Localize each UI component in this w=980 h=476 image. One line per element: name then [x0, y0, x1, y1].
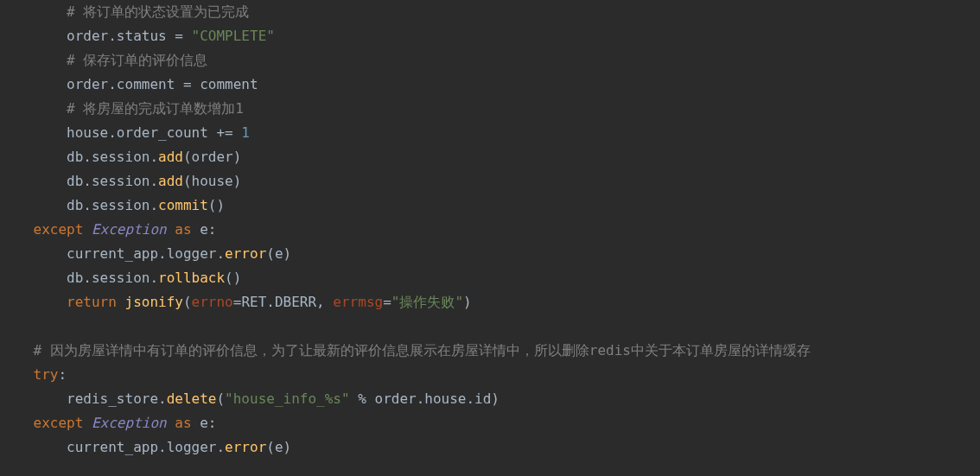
code-token: error	[225, 245, 266, 262]
code-token: current_app.logger.	[67, 439, 225, 455]
code-line: db.session.rollback()	[0, 270, 241, 286]
code-token: except	[34, 221, 92, 238]
code-token: as	[167, 415, 200, 431]
code-token: delete	[167, 390, 217, 407]
code-token: (	[183, 294, 192, 310]
code-token: =RET.DBERR,	[233, 294, 334, 310]
code-token: except	[34, 415, 92, 431]
code-token: (e)	[266, 245, 291, 262]
code-token: :	[58, 366, 67, 383]
code-token: db.session.	[67, 197, 158, 213]
code-token: =	[383, 294, 391, 310]
code-token: try	[34, 366, 59, 383]
code-token: redis_store.	[67, 390, 167, 407]
code-token: current_app.logger.	[67, 245, 225, 262]
code-token: error	[225, 439, 266, 455]
code-token: 1	[241, 124, 250, 141]
code-token: errmsg	[333, 294, 383, 310]
code-line: db.session.commit()	[0, 197, 225, 213]
code-token: (	[216, 390, 225, 407]
code-token: e:	[200, 415, 216, 431]
code-line: # 将订单的状态设置为已完成	[0, 3, 249, 20]
code-line: # 保存订单的评价信息	[0, 52, 207, 68]
code-line: order.status = "COMPLETE"	[0, 28, 275, 44]
code-line: db.session.add(house)	[0, 173, 241, 189]
code-token: "操作失败"	[391, 294, 463, 310]
code-line: except Exception as e:	[0, 415, 216, 431]
code-token: return	[67, 294, 124, 310]
code-token: # 保存订单的评价信息	[67, 52, 207, 68]
code-token: order.status =	[67, 28, 192, 44]
code-token: commit	[158, 197, 208, 213]
code-token: "COMPLETE"	[192, 28, 275, 44]
code-token: (order)	[183, 149, 241, 165]
code-token: ()	[208, 197, 225, 213]
code-line: # 将房屋的完成订单数增加1	[0, 100, 244, 117]
code-token: # 因为房屋详情中有订单的评价信息，为了让最新的评价信息展示在房屋详情中，所以删…	[34, 342, 811, 359]
code-token: db.session.	[67, 270, 158, 286]
code-token: house.order_count +=	[67, 124, 241, 141]
code-token: rollback	[158, 270, 225, 286]
code-token: as	[167, 221, 200, 238]
code-token: (house)	[183, 173, 241, 189]
code-line: redis_store.delete("house_info_%s" % ord…	[0, 390, 500, 407]
code-token: )	[463, 294, 472, 310]
code-line: except Exception as e:	[0, 221, 216, 238]
code-token: order.comment = comment	[67, 76, 258, 92]
code-token: db.session.	[67, 149, 158, 165]
code-token: "house_info_%s"	[225, 390, 350, 407]
code-editor[interactable]: # 将订单的状态设置为已完成 order.status = "COMPLETE"…	[0, 0, 980, 460]
code-line: # 因为房屋详情中有订单的评价信息，为了让最新的评价信息展示在房屋详情中，所以删…	[0, 342, 811, 359]
code-token: Exception	[92, 221, 167, 238]
code-line: house.order_count += 1	[0, 124, 250, 141]
code-token: Exception	[92, 415, 167, 431]
code-line: return jsonify(errno=RET.DBERR, errmsg="…	[0, 294, 472, 310]
code-token: add	[158, 173, 183, 189]
code-line: current_app.logger.error(e)	[0, 439, 291, 455]
code-line: db.session.add(order)	[0, 149, 241, 165]
code-token: errno	[192, 294, 233, 310]
code-token: ()	[225, 270, 241, 286]
code-token: jsonify	[125, 294, 183, 310]
code-token: (e)	[266, 439, 291, 455]
code-line: order.comment = comment	[0, 76, 258, 92]
code-token: # 将房屋的完成订单数增加1	[67, 100, 244, 117]
code-token: e:	[200, 221, 216, 238]
code-token: % order.house.id)	[350, 390, 500, 407]
code-token: # 将订单的状态设置为已完成	[67, 3, 249, 20]
code-token: db.session.	[67, 173, 158, 189]
code-line: current_app.logger.error(e)	[0, 245, 291, 262]
code-token: add	[158, 149, 183, 165]
code-line: try:	[0, 366, 67, 383]
